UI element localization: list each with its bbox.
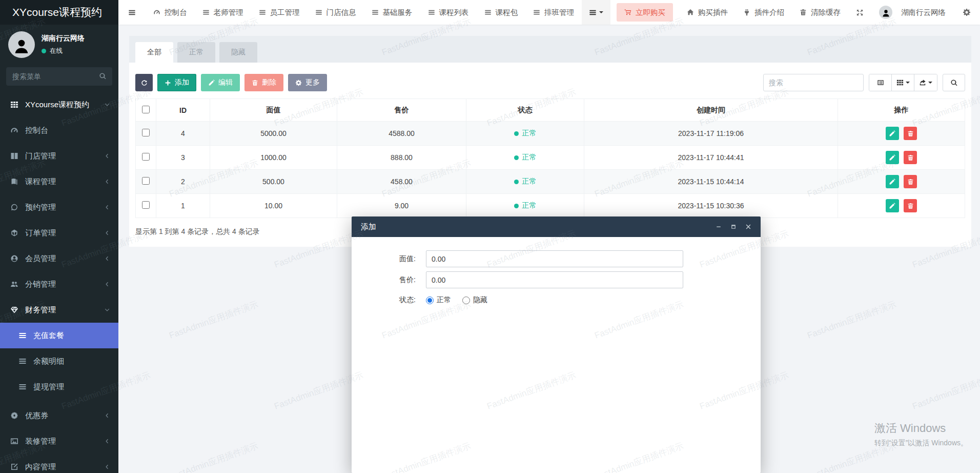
nav-list-dropdown-button[interactable] (582, 0, 610, 25)
buy-plugin-button[interactable]: 购买插件 (679, 0, 736, 25)
buy-now-button[interactable]: 立即购买 (617, 3, 673, 22)
pencil-icon (889, 179, 895, 185)
row-edit-button[interactable] (886, 151, 899, 164)
status-radio-normal[interactable] (426, 297, 434, 304)
price-field[interactable] (426, 271, 683, 288)
fullscreen-button[interactable] (848, 0, 871, 25)
nav-tab-store-info[interactable]: 门店信息 (308, 0, 364, 25)
row-edit-button[interactable] (886, 127, 899, 140)
top-navbar: 控制台 老师管理 员工管理 门店信息 基础服务 课程列表 课程包 排班管理 立即… (118, 0, 980, 25)
status-option-hidden[interactable]: 隐藏 (462, 295, 487, 305)
row-checkbox[interactable] (142, 129, 150, 136)
sidebar-item-finance[interactable]: 财务管理 (0, 297, 118, 323)
nav-tab-course-list[interactable]: 课程列表 (420, 0, 477, 25)
sidebar-item-stores[interactable]: 门店管理 (0, 143, 118, 169)
sidebar-item-dashboard[interactable]: 控制台 (0, 117, 118, 143)
table-search-input[interactable] (763, 74, 864, 91)
sidebar-item-orders[interactable]: 订单管理 (0, 220, 118, 246)
nav-tab-dashboard[interactable]: 控制台 (146, 0, 195, 25)
col-price: 售价 (337, 99, 466, 122)
more-button[interactable]: 更多 (288, 74, 327, 91)
pencil-icon (208, 80, 215, 86)
maximize-icon[interactable] (730, 224, 737, 230)
nav-tab-basic-services[interactable]: 基础服务 (364, 0, 420, 25)
sidebar-item-content[interactable]: 内容管理 (0, 454, 118, 473)
trash-icon (907, 179, 914, 185)
bars-icon (589, 9, 597, 16)
row-delete-button[interactable] (904, 175, 917, 188)
row-edit-button[interactable] (886, 175, 899, 188)
row-checkbox[interactable] (142, 201, 150, 209)
chevron-left-icon (104, 412, 110, 419)
sidebar-item-decoration[interactable]: 装修管理 (0, 428, 118, 454)
status-option-normal[interactable]: 正常 (426, 295, 451, 305)
bars-icon (202, 9, 210, 16)
user-menu[interactable]: 湖南行云网络 (871, 0, 953, 25)
sidebar-item-members[interactable]: 会员管理 (0, 246, 118, 271)
tab-normal[interactable]: 正常 (177, 42, 215, 63)
data-table: ID 面值 售价 状态 创建时间 操作 4 5000.00 4588.00 正 (135, 98, 965, 218)
list-icon (18, 331, 27, 340)
status-dot-icon (514, 180, 519, 184)
chevron-down-icon (104, 307, 110, 313)
bars-icon (315, 9, 322, 16)
row-checkbox[interactable] (142, 177, 150, 185)
columns-toggle-button[interactable] (892, 74, 914, 91)
chevron-left-icon (104, 281, 110, 287)
user-circle-icon (10, 254, 18, 263)
nav-tab-scheduling[interactable]: 排班管理 (525, 0, 582, 25)
delete-button[interactable]: 删除 (244, 74, 283, 91)
nav-tab-staff[interactable]: 员工管理 (251, 0, 308, 25)
select-all-checkbox[interactable] (142, 106, 150, 113)
refresh-button[interactable] (135, 74, 153, 91)
row-delete-button[interactable] (904, 151, 917, 164)
sidebar-item-withdrawals[interactable]: 提现管理 (0, 374, 118, 400)
settings-button[interactable] (953, 0, 980, 25)
status-radio-hidden[interactable] (462, 297, 470, 304)
advanced-search-button[interactable] (943, 74, 965, 91)
gears-icon (963, 8, 971, 16)
sidebar-item-app-root[interactable]: XYcourse课程预约 (0, 92, 118, 117)
export-button[interactable] (914, 74, 937, 91)
user-panel: 湖南行云网络 在线 (0, 25, 118, 64)
table-row: 2 500.00 458.00 正常 2023-11-15 10:44:14 (136, 170, 965, 194)
detail-view-button[interactable] (869, 74, 892, 91)
edit-button[interactable]: 编辑 (201, 74, 240, 91)
menu-search-input[interactable] (6, 67, 112, 86)
close-icon[interactable] (745, 224, 751, 230)
tab-hidden[interactable]: 隐藏 (219, 42, 257, 63)
plugin-intro-button[interactable]: 插件介绍 (736, 0, 792, 25)
status-dot-icon (514, 131, 519, 136)
chevron-left-icon (104, 438, 110, 444)
row-delete-button[interactable] (904, 127, 917, 140)
trash-icon (800, 9, 807, 16)
row-edit-button[interactable] (886, 199, 899, 212)
sidebar-item-bookings[interactable]: 预约管理 (0, 194, 118, 220)
plug-icon (743, 9, 750, 16)
online-dot-icon (42, 49, 46, 53)
sidebar-toggle-button[interactable] (118, 0, 146, 25)
face-value-field[interactable] (426, 250, 683, 267)
table-header-row: ID 面值 售价 状态 创建时间 操作 (136, 99, 965, 122)
sidebar-item-courses[interactable]: 课程管理 (0, 169, 118, 194)
th-icon (10, 101, 18, 109)
sidebar-item-distribution[interactable]: 分销管理 (0, 271, 118, 297)
nav-tab-course-packages[interactable]: 课程包 (477, 0, 526, 25)
nav-tab-teachers[interactable]: 老师管理 (195, 0, 251, 25)
sidebar-item-coupons[interactable]: 优惠券 (0, 403, 118, 428)
trash-icon (252, 80, 258, 86)
row-delete-button[interactable] (904, 199, 917, 212)
caret-down-icon (928, 82, 932, 86)
sidebar-item-balance-details[interactable]: 余额明细 (0, 348, 118, 374)
col-face-value: 面值 (210, 99, 337, 122)
sidebar-menu: XYcourse课程预约 控制台 门店管理 课程管理 预约管理 订单管理 (0, 92, 118, 473)
clear-cache-button[interactable]: 清除缓存 (792, 0, 848, 25)
add-dialog-header[interactable]: 添加 (352, 216, 761, 237)
add-button[interactable]: 添加 (157, 74, 196, 91)
minimize-icon[interactable] (716, 224, 722, 230)
tab-all[interactable]: 全部 (135, 42, 173, 63)
col-id: ID (156, 99, 210, 122)
row-checkbox[interactable] (142, 153, 150, 161)
data-panel: 全部 正常 隐藏 添加 编辑 删除 更多 (129, 36, 971, 247)
sidebar-item-recharge-packages[interactable]: 充值套餐 (0, 323, 118, 348)
